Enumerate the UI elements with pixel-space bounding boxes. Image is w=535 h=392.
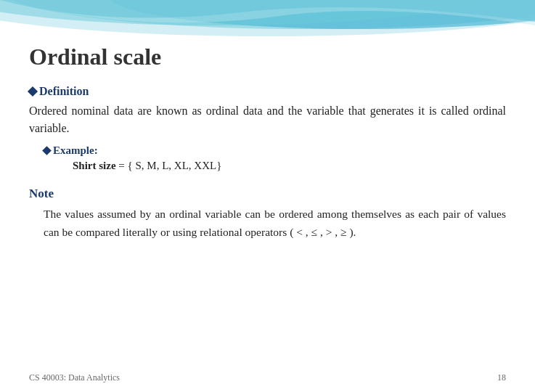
footer: CS 40003: Data Analytics 18: [29, 372, 506, 383]
example-content: Shirt size = { S, M, L, XL, XXL}: [73, 160, 506, 172]
note-section: Note The values assumed by an ordinal va…: [29, 187, 506, 242]
footer-course: CS 40003: Data Analytics: [29, 372, 120, 383]
example-diamond-icon: [42, 146, 52, 155]
slide-title: Ordinal scale: [29, 44, 506, 70]
definition-label: Definition: [29, 85, 506, 98]
example-section: Example: Shirt size = { S, M, L, XL, XXL…: [29, 144, 506, 172]
definition-text: Ordered nominal data are known as ordina…: [29, 102, 506, 137]
example-suffix: = { S, M, L, XL, XXL}: [118, 160, 221, 171]
note-text: The values assumed by an ordinal variabl…: [29, 205, 506, 242]
footer-page: 18: [497, 372, 506, 383]
diamond-icon: [28, 86, 38, 97]
slide-content: Ordinal scale Definition Ordered nominal…: [0, 0, 535, 392]
example-prefix: Shirt size: [73, 160, 116, 171]
definition-section: Definition Ordered nominal data are know…: [29, 85, 506, 137]
example-label: Example:: [44, 144, 506, 157]
note-title: Note: [29, 187, 506, 201]
